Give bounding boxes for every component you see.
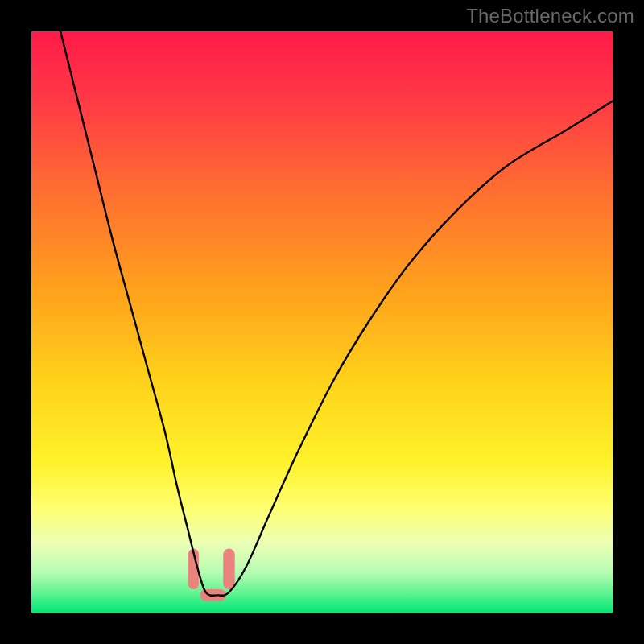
watermark-text: TheBottleneck.com	[466, 5, 634, 27]
plot-frame	[31, 31, 613, 613]
svg-rect-0	[31, 31, 613, 613]
background-gradient	[31, 31, 613, 613]
